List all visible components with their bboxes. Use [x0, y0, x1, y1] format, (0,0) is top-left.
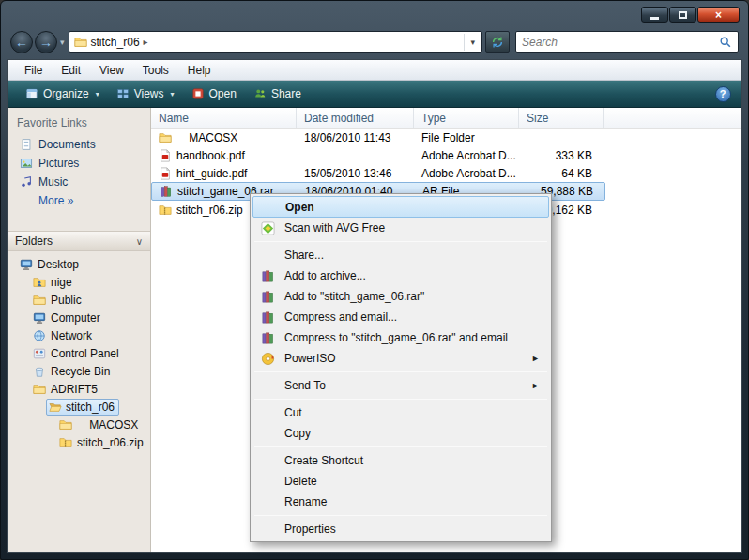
tree-item-control-panel[interactable]: Control Panel: [8, 344, 150, 362]
chevron-expand-icon[interactable]: ∨: [136, 236, 143, 247]
organize-button[interactable]: Organize ▾: [17, 83, 108, 104]
network-icon: [33, 329, 46, 342]
menu-separator: [254, 371, 547, 372]
context-menu-item-open[interactable]: Open: [252, 196, 549, 218]
sidebar-item-more[interactable]: More »: [8, 191, 150, 210]
context-menu-item-copy[interactable]: Copy: [252, 423, 549, 444]
context-menu-item-add-to-named-archive[interactable]: Add to "stitch_game_06.rar": [252, 286, 549, 307]
chevron-right-icon[interactable]: ▸: [144, 37, 148, 47]
context-menu-item-compress-email[interactable]: Compress and email...: [252, 307, 549, 327]
menu-view[interactable]: View: [90, 61, 133, 80]
back-button[interactable]: ←: [10, 31, 33, 53]
submenu-arrow-icon: ►: [531, 354, 540, 363]
context-menu-item-poweriso[interactable]: PowerISO ►: [252, 348, 549, 369]
winrar-icon: [261, 310, 275, 325]
sidebar-item-pictures[interactable]: Pictures: [8, 154, 150, 173]
share-label: Share: [271, 87, 301, 100]
views-button[interactable]: Views ▾: [108, 83, 183, 104]
pictures-icon: [20, 157, 33, 170]
desktop-icon: [20, 258, 33, 271]
winrar-icon: [261, 290, 275, 304]
column-header-type[interactable]: Type: [414, 108, 519, 128]
file-row[interactable]: __MACOSX 18/06/2010 11:43 File Folder: [151, 129, 605, 146]
context-menu-item-share[interactable]: Share...: [252, 245, 549, 265]
file-date: 18/06/2010 11:43: [297, 131, 414, 144]
tree-item-network[interactable]: Network: [8, 326, 150, 344]
context-menu-item-compress-named-email[interactable]: Compress to "stitch_game_06.rar" and ema…: [252, 327, 549, 348]
tree-item-macosx[interactable]: __MACOSX: [8, 416, 150, 433]
favorite-label: Pictures: [38, 157, 79, 170]
control-panel-icon: [33, 347, 46, 360]
file-size: 64 KB: [519, 167, 604, 180]
context-menu-item-delete[interactable]: Delete: [252, 471, 549, 492]
tree-item-computer[interactable]: Computer: [8, 309, 150, 326]
refresh-icon: [491, 36, 504, 49]
pdf-icon: [159, 149, 172, 162]
file-name: hint_guide.pdf: [176, 167, 247, 180]
column-headers: Name Date modified Type Size: [151, 108, 741, 129]
tree-item-stitch-r06[interactable]: stitch_r06: [8, 398, 150, 416]
menu-edit[interactable]: Edit: [52, 61, 90, 80]
sidebar-item-music[interactable]: Music: [8, 173, 150, 191]
share-button[interactable]: Share: [245, 83, 310, 104]
open-button[interactable]: Open: [183, 83, 245, 104]
menu-separator: [254, 241, 547, 242]
winrar-icon: [261, 331, 275, 345]
window-controls: ×: [640, 7, 740, 23]
tree-item-public[interactable]: Public: [8, 291, 150, 309]
column-header-size[interactable]: Size: [519, 108, 604, 128]
breadcrumb-segment[interactable]: stitch_r06: [91, 36, 140, 49]
search-input[interactable]: [522, 36, 719, 49]
context-menu-item-create-shortcut[interactable]: Create Shortcut: [252, 450, 549, 471]
context-menu-item-cut[interactable]: Cut: [252, 402, 549, 423]
tree-item-adrift5[interactable]: ADRIFT5: [8, 380, 150, 398]
favorite-label: Documents: [38, 138, 96, 151]
rar-icon: [160, 185, 173, 198]
folder-icon: [159, 131, 172, 144]
search-icon[interactable]: [719, 36, 732, 49]
title-bar[interactable]: ×: [1, 1, 748, 29]
context-menu-item-scan-avg[interactable]: Scan with AVG Free: [252, 218, 549, 238]
music-icon: [20, 175, 33, 189]
context-menu-item-send-to[interactable]: Send To ►: [252, 375, 549, 396]
maximize-button[interactable]: [669, 7, 696, 23]
column-header-name[interactable]: Name: [151, 108, 297, 128]
file-name: stitch_r06.zip: [176, 204, 243, 217]
forward-button[interactable]: →: [35, 31, 57, 53]
tree-label: __MACOSX: [77, 418, 138, 431]
minimize-button[interactable]: [641, 7, 668, 23]
help-button[interactable]: ?: [713, 84, 732, 103]
file-row[interactable]: hint_guide.pdf 15/05/2010 13:46 Adobe Ac…: [151, 164, 605, 182]
menu-separator: [254, 399, 547, 400]
sidebar-item-documents[interactable]: Documents: [8, 135, 150, 154]
tree-label: Public: [51, 294, 82, 307]
menu-item-label: Delete: [284, 475, 317, 488]
file-size: 333 KB: [519, 149, 604, 162]
close-button[interactable]: ×: [697, 7, 740, 23]
views-icon: [116, 87, 130, 100]
menu-item-label: Cut: [284, 406, 302, 419]
recent-pages-dropdown[interactable]: ▾: [57, 38, 69, 47]
tree-item-desktop[interactable]: Desktop: [8, 255, 150, 273]
tree-item-recycle-bin[interactable]: Recycle Bin: [8, 362, 150, 380]
context-menu-item-properties[interactable]: Properties: [252, 519, 549, 539]
winrar-icon: [261, 269, 275, 283]
column-header-date-modified[interactable]: Date modified: [297, 108, 414, 128]
context-menu-item-add-to-archive[interactable]: Add to archive...: [252, 265, 549, 286]
file-name: __MACOSX: [176, 131, 237, 144]
folders-band[interactable]: Folders ∨: [8, 231, 150, 251]
context-menu-item-rename[interactable]: Rename: [252, 492, 549, 512]
menu-item-label: Open: [285, 201, 314, 214]
breadcrumb[interactable]: stitch_r06 ▸ ▾: [69, 31, 482, 53]
tree-item-nige[interactable]: nige: [8, 273, 150, 291]
menu-help[interactable]: Help: [178, 61, 221, 80]
tree-item-stitch-r06-zip[interactable]: stitch_r06.zip: [8, 433, 150, 451]
file-row[interactable]: handbook.pdf Adobe Acrobat D... 333 KB: [151, 146, 605, 164]
address-dropdown-button[interactable]: ▾: [464, 34, 477, 51]
menu-file[interactable]: File: [15, 61, 52, 80]
documents-icon: [20, 138, 33, 151]
refresh-button[interactable]: [485, 31, 510, 53]
menu-tools[interactable]: Tools: [133, 61, 178, 80]
search-box[interactable]: [515, 31, 739, 53]
organize-icon: [25, 87, 38, 100]
